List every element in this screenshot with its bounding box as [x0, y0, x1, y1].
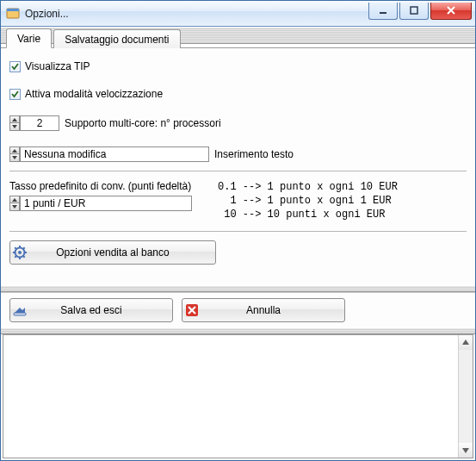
svg-line-12: [23, 247, 25, 249]
log-scrollbar[interactable]: [458, 335, 473, 458]
window-controls: [368, 3, 472, 20]
label-visualizza-tip: Visualizza TIP: [25, 60, 90, 72]
multicore-spin-up[interactable]: [9, 115, 20, 123]
scroll-up-button[interactable]: [459, 335, 473, 350]
separator-2: [9, 231, 467, 232]
svg-line-10: [15, 247, 16, 249]
multicore-spin-down[interactable]: [9, 123, 20, 131]
svg-rect-14: [14, 313, 26, 315]
separator-1: [9, 171, 467, 171]
tab-bar: Varie Salvataggio documenti: [1, 27, 475, 47]
cancel-label: Annulla: [201, 304, 344, 316]
save-button[interactable]: Salva ed esci: [9, 298, 173, 322]
inserimento-spin-down[interactable]: [9, 154, 20, 162]
tab-content-varie: Visualizza TIP Attiva modalità velocizza…: [1, 47, 475, 285]
row-multicore: Supporto multi-core: n° processori: [9, 115, 467, 131]
inserimento-spinner: [9, 146, 20, 162]
scroll-down-button[interactable]: [459, 443, 473, 458]
inserimento-spin-up[interactable]: [9, 146, 20, 154]
tab-varie[interactable]: Varie: [6, 28, 52, 48]
svg-rect-1: [7, 9, 19, 11]
svg-rect-2: [380, 12, 386, 14]
tab-salvataggio-label: Salvataggio documenti: [65, 34, 169, 46]
row-inserimento: Inserimento testo: [9, 146, 467, 162]
gear-icon: [10, 246, 29, 259]
save-icon: [10, 303, 29, 317]
cancel-icon: [182, 303, 201, 317]
cancel-button[interactable]: Annulla: [182, 298, 345, 322]
action-bar: Salva ed esci Annulla: [1, 292, 475, 327]
multicore-spinner: [9, 115, 20, 131]
options-window: Opzioni... Varie Salvataggio documenti V…: [0, 0, 476, 461]
label-attiva-velocizzazione: Attiva modalità velocizzazione: [25, 88, 163, 100]
tasso-help-text: 0.1 --> 1 punto x ogni 10 EUR 1 --> 1 pu…: [218, 180, 398, 222]
label-tasso: Tasso predefinito di conv. (punti fedelt…: [9, 180, 192, 192]
tab-salvataggio[interactable]: Salvataggio documenti: [53, 29, 180, 48]
tasso-input[interactable]: [20, 196, 192, 211]
save-label: Salva ed esci: [29, 304, 172, 316]
svg-rect-3: [411, 7, 417, 14]
window-title: Opzioni...: [25, 8, 368, 20]
tasso-spin-down[interactable]: [9, 203, 20, 211]
title-bar: Opzioni...: [1, 1, 475, 27]
separator-metal-2: [1, 327, 475, 334]
tasso-spin-up[interactable]: [9, 196, 20, 203]
svg-line-13: [15, 255, 16, 257]
row-tasso: Tasso predefinito di conv. (punti fedelt…: [9, 180, 467, 222]
opzioni-vendita-button[interactable]: Opzioni vendita al banco: [9, 240, 216, 265]
minimize-button[interactable]: [368, 3, 398, 20]
close-button[interactable]: [430, 3, 472, 20]
inserimento-input[interactable]: [20, 146, 209, 162]
separator-metal-1: [1, 285, 475, 292]
row-attiva-velocizzazione: Attiva modalità velocizzazione: [9, 88, 467, 100]
tab-varie-label: Varie: [17, 33, 40, 45]
label-inserimento: Inserimento testo: [214, 148, 294, 160]
row-visualizza-tip: Visualizza TIP: [9, 60, 467, 72]
checkbox-attiva-velocizzazione[interactable]: [9, 89, 21, 100]
multicore-input[interactable]: [20, 115, 59, 131]
svg-point-5: [18, 251, 22, 254]
checkbox-visualizza-tip[interactable]: [9, 61, 21, 72]
opzioni-vendita-label: Opzioni vendita al banco: [29, 246, 215, 259]
maximize-button[interactable]: [399, 3, 429, 20]
svg-line-11: [23, 255, 25, 257]
log-textarea[interactable]: [3, 334, 473, 458]
tasso-spinner: [9, 196, 20, 211]
app-icon: [6, 7, 20, 21]
label-multicore: Supporto multi-core: n° processori: [65, 117, 221, 129]
